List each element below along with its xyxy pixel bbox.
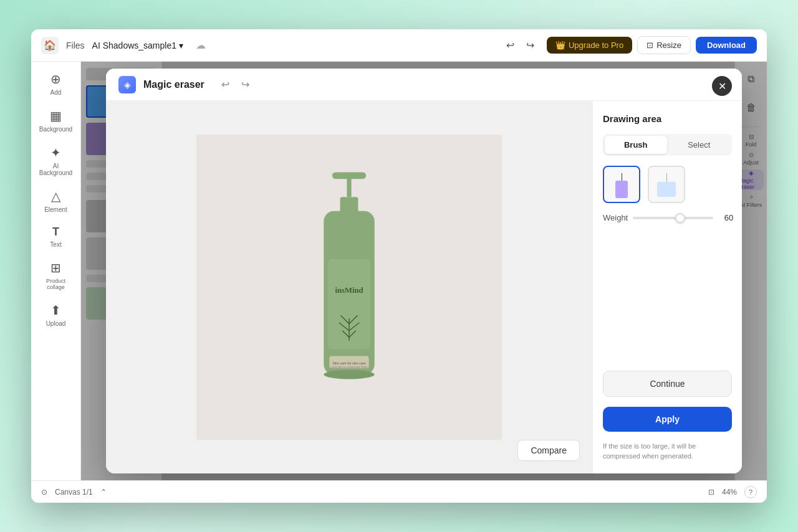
modal-overlay: ◈ Magic eraser ↩ ↪ ✕ — [81, 62, 767, 480]
files-nav[interactable]: Files — [66, 40, 85, 50]
sidebar-item-add[interactable]: ⊕ Add — [36, 67, 76, 101]
sidebar-item-label: Product collage — [39, 278, 74, 290]
weight-value: 60 — [718, 213, 733, 222]
download-button[interactable]: Download — [696, 37, 757, 54]
brush-options — [603, 166, 732, 203]
svg-text:insMind: insMind — [335, 286, 363, 295]
sidebar-item-label: Background — [39, 126, 72, 133]
sidebar-item-label: AI Background — [39, 163, 74, 176]
element-icon: △ — [51, 189, 60, 204]
modal-close-button[interactable]: ✕ — [712, 76, 732, 96]
bottle-svg: insMind — [287, 169, 411, 406]
help-icon[interactable]: ? — [744, 486, 757, 498]
brush-select-tabs: Brush Select — [603, 134, 732, 156]
sidebar-item-background[interactable]: ▦ Background — [36, 103, 76, 138]
project-name[interactable]: AI Shadows_sample1 ▾ — [92, 40, 183, 50]
chevron-icon: ▾ — [179, 40, 183, 50]
svg-rect-1 — [332, 172, 366, 179]
home-button[interactable]: 🏠 — [41, 37, 59, 54]
zoom-label: 44% — [722, 488, 737, 496]
sidebar-item-label: Text — [50, 241, 61, 248]
upload-icon: ⬆ — [50, 303, 61, 318]
sidebar-item-ai-background[interactable]: ✦ AI Background — [36, 140, 76, 181]
home-icon: 🏠 — [44, 39, 56, 51]
redo-button[interactable]: ↪ — [522, 37, 539, 54]
modal-undo-button[interactable]: ↩ — [217, 76, 234, 93]
weight-label: Weight — [603, 213, 628, 222]
weight-control: Weight 60 — [603, 213, 732, 222]
left-sidebar: ⊕ Add ▦ Background ✦ AI Background △ Ele… — [31, 62, 81, 480]
canvas-icon: ⊙ — [41, 488, 47, 496]
sidebar-item-label: Add — [50, 89, 62, 96]
background-icon: ▦ — [50, 108, 62, 123]
modal-undo-redo: ↩ ↪ — [217, 76, 254, 93]
sidebar-item-product-collage[interactable]: ⊞ Product collage — [36, 255, 76, 295]
canvas-chevron: ⌃ — [100, 488, 107, 496]
brush-tab[interactable]: Brush — [605, 136, 667, 154]
main-content: ⊕ Add ▦ Background ✦ AI Background △ Ele… — [31, 62, 767, 480]
add-icon: ⊕ — [50, 72, 61, 87]
modal-title: Magic eraser — [143, 79, 204, 90]
eraser-icon: ◈ — [124, 80, 131, 90]
undo-redo-group: ↩ ↪ — [502, 37, 539, 54]
modal-body: insMind — [106, 101, 742, 473]
brush-option-soft[interactable] — [648, 166, 685, 203]
undo-button[interactable]: ↩ — [502, 37, 519, 54]
size-note: If the size is too large, it will be com… — [603, 442, 732, 461]
sidebar-item-label: Element — [44, 206, 67, 213]
sidebar-item-label: Upload — [46, 320, 66, 327]
svg-text:Long lasting moisturizer lotio: Long lasting moisturizer lotion — [330, 366, 368, 369]
resize-button[interactable]: ⊡ Resize — [637, 36, 691, 54]
brush-preview-soft — [648, 166, 685, 203]
bottom-bar: ⊙ Canvas 1/1 ⌃ ⊡ 44% ? — [31, 480, 767, 503]
canvas-area: ⧉ 🗑 ⊟Fold ⊙Adjust ◈Magic eraser ✧AI Filt… — [81, 62, 767, 480]
continue-button[interactable]: Continue — [603, 371, 732, 397]
modal-tool-icon: ◈ — [118, 76, 136, 93]
product-collage-icon: ⊞ — [50, 260, 61, 275]
select-tab[interactable]: Select — [668, 136, 731, 154]
crown-icon: 👑 — [555, 40, 565, 50]
header: 🏠 Files AI Shadows_sample1 ▾ ☁ ↩ ↪ 👑 Upg… — [31, 29, 767, 62]
cloud-icon: ☁ — [196, 39, 206, 51]
sidebar-item-element[interactable]: △ Element — [36, 184, 76, 218]
product-image: insMind — [196, 135, 502, 440]
weight-slider[interactable] — [633, 217, 713, 219]
modal-right-panel: Drawing area Brush Select — [592, 101, 742, 473]
brush-preview-hard — [603, 166, 640, 203]
modal-canvas[interactable]: insMind — [106, 101, 592, 473]
fit-icon: ⊡ — [708, 488, 714, 496]
svg-point-16 — [324, 370, 374, 379]
resize-icon: ⊡ — [647, 40, 653, 50]
sidebar-item-upload[interactable]: ⬆ Upload — [36, 298, 76, 332]
modal-header: ◈ Magic eraser ↩ ↪ ✕ — [106, 69, 742, 101]
compare-button[interactable]: Compare — [517, 440, 580, 461]
text-icon: T — [52, 226, 59, 239]
apply-button[interactable]: Apply — [603, 407, 732, 432]
app-window: 🏠 Files AI Shadows_sample1 ▾ ☁ ↩ ↪ 👑 Upg… — [31, 29, 767, 503]
header-actions: 👑 Upgrade to Pro ⊡ Resize Download — [547, 36, 757, 54]
brush-option-hard[interactable] — [603, 166, 640, 203]
modal-redo-button[interactable]: ↪ — [237, 76, 254, 93]
canvas-label: Canvas 1/1 — [55, 488, 93, 496]
magic-eraser-modal: ◈ Magic eraser ↩ ↪ ✕ — [106, 69, 742, 473]
ai-background-icon: ✦ — [50, 145, 61, 160]
sidebar-item-text[interactable]: T Text — [36, 221, 76, 253]
drawing-area-title: Drawing area — [603, 113, 732, 124]
upgrade-button[interactable]: 👑 Upgrade to Pro — [547, 37, 632, 54]
svg-text:Skin care for skin care: Skin care for skin care — [332, 361, 365, 365]
